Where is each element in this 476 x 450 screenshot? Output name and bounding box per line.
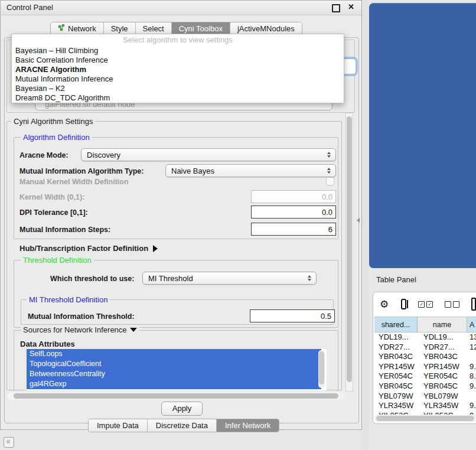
chevron-down-icon <box>130 328 137 332</box>
table-cell: 9. <box>467 381 476 392</box>
mi-threshold-definition-title: MI Threshold Definition <box>27 296 110 304</box>
kernel-width-field[interactable] <box>251 190 336 203</box>
dpi-tolerance-field[interactable] <box>251 206 336 219</box>
algorithm-option[interactable]: ARACNE Algorithm <box>12 65 344 74</box>
document-icon[interactable] <box>471 298 476 311</box>
table-cell <box>467 392 476 402</box>
column-header-name[interactable]: name <box>418 317 467 332</box>
column-header-clipped[interactable]: A <box>467 317 476 332</box>
column-header-shared[interactable]: shared... <box>374 317 418 332</box>
mi-steps-label: Mutual Information Steps: <box>19 226 110 234</box>
table-cell: YER054C <box>418 371 467 381</box>
kernel-width-label: Kernel Width (0,1): <box>19 193 84 201</box>
network-view-frame: GALGAL80GAL10GAL1GAL11SWI4GAL4GCY1HAP4YH… <box>369 3 476 268</box>
table-cell: YBR045C <box>374 381 418 392</box>
tab-discretize-data[interactable]: Discretize Data <box>148 419 217 432</box>
desktop: Control Panel ✕ Network Style Select Cyn… <box>0 0 476 450</box>
control-panel-window: Control Panel ✕ Network Style Select Cyn… <box>0 0 362 430</box>
table-row[interactable]: YBL079WYBL079W <box>374 392 476 402</box>
table-cell: YBR043C <box>418 352 467 362</box>
data-attribute-item[interactable]: BetweennessCentrality <box>27 369 321 379</box>
table-cell: YDL19... <box>374 332 418 343</box>
tab-impute-data[interactable]: Impute Data <box>89 419 148 432</box>
table-cell <box>467 352 476 362</box>
algorithm-dropdown-list: Select algorithm to view settings Bayesi… <box>11 34 344 103</box>
table-cell: YLR345W <box>418 401 467 411</box>
data-attributes-label: Data Attributes <box>20 340 75 348</box>
mi-algorithm-type-combobox[interactable]: Naive Bayes <box>165 164 336 177</box>
which-threshold-value: MI Threshold <box>148 274 193 283</box>
algorithm-definition-title: Algorithm Definition <box>21 133 92 142</box>
list-scrollbar[interactable] <box>318 350 325 388</box>
hub-definition-label: Hub/Transcription Factor Definition <box>19 244 148 253</box>
table-row[interactable]: YDL19...YDL19...13 <box>374 332 476 343</box>
table-cell: YBR043C <box>374 352 418 362</box>
apply-button[interactable]: Apply <box>161 402 203 416</box>
cyni-bottom-tabbar: Impute Data Discretize Data Infer Networ… <box>88 419 279 432</box>
table-panel-title: Table Panel <box>376 275 416 284</box>
settings-vertical-scrollbar[interactable] <box>345 113 353 392</box>
table-row[interactable]: YER054CYER054C8. <box>374 371 476 381</box>
restore-panel-button[interactable] <box>4 437 14 448</box>
manual-kernel-width-checkbox[interactable] <box>326 177 334 185</box>
mi-threshold-field[interactable] <box>250 309 335 322</box>
sources-toggle[interactable]: Sources for Network Inference <box>21 326 139 334</box>
table-cell: 12 <box>467 343 476 353</box>
split-view-icon[interactable] <box>401 299 406 309</box>
table-cell: 9. <box>467 362 476 372</box>
table-header-row: shared... name A <box>374 317 476 332</box>
cyni-algorithm-settings-title: Cyni Algorithm Settings <box>11 118 95 126</box>
aracne-mode-value: Discovery <box>87 151 120 159</box>
algorithm-option[interactable]: Bayesian – Hill Climbing <box>12 46 344 56</box>
algorithm-option[interactable]: Bayesian – K2 <box>12 84 344 93</box>
mi-algorithm-type-label: Mutual Information Algorithm Type: <box>19 167 144 175</box>
algorithm-option[interactable]: Basic Correlation Inference <box>12 56 344 65</box>
control-panel-title: Control Panel <box>6 3 53 12</box>
table-cell: YBL079W <box>418 392 467 402</box>
table-rows: YDL19...YDL19...13YDR27...YDR27...12YBR0… <box>374 332 476 419</box>
manual-kernel-width-label: Manual Kernel Width Definition <box>19 178 129 186</box>
table-row[interactable]: YLR345WYLR345W9. <box>374 401 476 411</box>
table-row[interactable]: YDR27...YDR27...12 <box>374 343 476 353</box>
control-panel-titlebar: Control Panel ✕ <box>1 1 361 15</box>
close-panel-icon[interactable]: ✕ <box>348 2 354 11</box>
table-row[interactable]: YBR045CYBR045C9. <box>374 381 476 392</box>
mi-threshold-label: Mutual Information Threshold: <box>28 312 135 321</box>
tab-infer-network[interactable]: Infer Network <box>217 419 279 432</box>
table-cell: YBR045C <box>418 381 467 392</box>
table-cell: YBL079W <box>374 392 418 402</box>
combo-arrows-icon <box>327 168 331 174</box>
panel-divider[interactable] <box>362 0 369 450</box>
table-cell: YER054C <box>374 371 418 381</box>
algorithm-dropdown-placeholder: Select algorithm to view settings <box>12 34 344 46</box>
combo-arrows-icon <box>308 275 311 281</box>
data-attribute-item[interactable]: TopologicalCoefficient <box>27 359 321 369</box>
algorithm-option[interactable]: Dream8 DC_TDC Algorithm <box>12 93 344 103</box>
gear-icon[interactable]: ⚙ <box>380 299 389 309</box>
dpi-tolerance-label: DPI Tolerance [0,1]: <box>19 208 88 217</box>
threshold-definition-title: Threshold Definition <box>21 256 94 265</box>
data-attribute-item[interactable]: SelfLoops <box>27 349 321 359</box>
mi-steps-field[interactable] <box>251 223 336 236</box>
unchecked-columns-icon[interactable] <box>445 301 459 308</box>
float-window-icon[interactable] <box>332 4 340 12</box>
algorithm-option[interactable]: Mutual Information Inference <box>12 74 344 84</box>
data-attributes-list: SelfLoopsTopologicalCoefficientBetweenne… <box>27 349 327 390</box>
table-cell: 8. <box>467 371 476 381</box>
data-attribute-item[interactable]: gal4RGexp <box>27 379 321 389</box>
checked-columns-icon[interactable]: ✓✓ <box>418 301 433 308</box>
table-row[interactable]: YPR145WYPR145W9. <box>374 362 476 372</box>
table-cell: YDR27... <box>418 343 467 353</box>
aracne-mode-combobox[interactable]: Discovery <box>81 148 336 161</box>
table-cell: YDR27... <box>374 343 418 353</box>
table-panel-titlebar: Table Panel <box>369 270 476 289</box>
sources-title: Sources for Network Inference <box>23 325 127 334</box>
settings-horizontal-scrollbar[interactable] <box>8 392 344 400</box>
table-horizontal-scrollbar[interactable] <box>374 415 476 422</box>
table-cell: YLR345W <box>374 401 418 411</box>
table-row[interactable]: YBR043CYBR043C <box>374 352 476 362</box>
which-threshold-combobox[interactable]: MI Threshold <box>142 272 317 285</box>
table-cell: YPR145W <box>374 362 418 372</box>
hub-definition-toggle[interactable]: Hub/Transcription Factor Definition <box>19 244 158 253</box>
restore-icon <box>6 440 10 444</box>
